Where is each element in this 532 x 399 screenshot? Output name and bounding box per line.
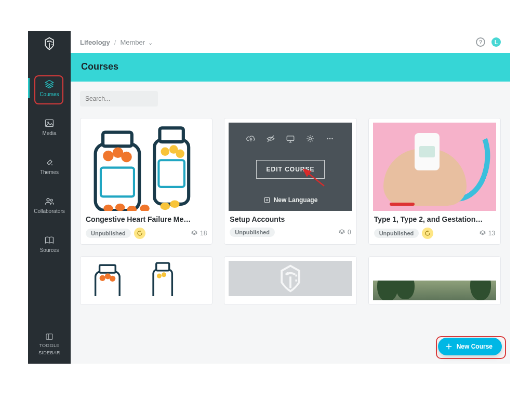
sidebar-item-sources[interactable]: Sources xyxy=(28,232,71,256)
course-foot: Unpublished 0 xyxy=(230,228,351,237)
svg-point-40 xyxy=(110,276,115,282)
help-button[interactable]: ? xyxy=(476,37,485,47)
svg-point-10 xyxy=(161,147,170,156)
plus-square-icon xyxy=(263,196,271,204)
page-title: Courses xyxy=(71,53,510,82)
svg-point-12 xyxy=(176,150,184,158)
layers-icon xyxy=(338,229,345,236)
layers-icon xyxy=(44,79,55,89)
sidebar-item-collaborators[interactable]: Collaborators xyxy=(28,193,71,217)
card-count-value: 18 xyxy=(200,230,207,237)
breadcrumb-section-label: Member xyxy=(120,38,145,46)
app-logo-icon xyxy=(275,263,306,294)
search-input[interactable] xyxy=(84,95,164,103)
svg-point-22 xyxy=(115,204,125,211)
more-icon[interactable] xyxy=(325,134,335,143)
sidebar-nav: Courses Media Themes Collaborators Sourc… xyxy=(28,76,71,256)
gear-icon[interactable] xyxy=(305,134,315,143)
book-icon xyxy=(44,235,55,245)
paint-icon xyxy=(44,157,55,167)
placeholder-thumb xyxy=(229,261,352,296)
sidebar-item-label: Courses xyxy=(39,91,59,97)
sidebar-item-label: Sources xyxy=(40,247,59,253)
sidebar-toggle-icon xyxy=(45,332,54,341)
course-thumb-photo xyxy=(373,281,496,300)
svg-rect-33 xyxy=(156,263,169,271)
card-count-value: 13 xyxy=(488,230,495,237)
new-language-label: New Language xyxy=(274,196,318,204)
card-count: 0 xyxy=(338,229,351,236)
new-language-button[interactable]: New Language xyxy=(263,196,318,204)
svg-point-20 xyxy=(170,201,180,208)
sidebar-item-courses[interactable]: Courses xyxy=(28,76,71,100)
new-course-button[interactable]: New Course xyxy=(438,338,502,355)
plus-icon xyxy=(445,343,453,350)
course-title: Type 1, Type 2, and Gestation… xyxy=(374,215,495,223)
chevron-down-icon: ⌄ xyxy=(148,39,153,46)
svg-rect-8 xyxy=(159,128,183,142)
breadcrumb-root[interactable]: Lifeology xyxy=(80,38,110,46)
course-title: Congestive Heart Failure Me… xyxy=(86,215,207,223)
svg-rect-5 xyxy=(46,334,52,340)
course-thumb xyxy=(85,261,208,296)
overlay-toolbar xyxy=(246,134,335,143)
refresh-badge[interactable] xyxy=(422,228,433,239)
toggle-label-2: SIDEBAR xyxy=(38,350,60,355)
course-foot: Unpublished 13 xyxy=(374,228,495,239)
course-thumb xyxy=(229,261,352,296)
course-thumb xyxy=(373,261,496,276)
svg-point-38 xyxy=(100,275,105,281)
user-avatar[interactable]: L xyxy=(491,37,501,47)
course-thumb-illustration xyxy=(85,123,208,211)
course-card[interactable] xyxy=(368,256,501,305)
toggle-sidebar-button[interactable]: TOGGLE SIDEBAR xyxy=(38,332,60,355)
preview-icon[interactable] xyxy=(286,134,295,143)
svg-point-29 xyxy=(331,138,333,140)
layers-icon xyxy=(191,230,198,237)
refresh-badge[interactable] xyxy=(134,228,145,239)
new-course-label: New Course xyxy=(457,343,493,350)
sidebar: Courses Media Themes Collaborators Sourc… xyxy=(28,31,71,364)
svg-point-35 xyxy=(162,272,166,277)
svg-point-27 xyxy=(327,138,328,140)
sidebar-item-themes[interactable]: Themes xyxy=(28,154,71,178)
svg-point-28 xyxy=(329,138,331,140)
course-card[interactable] xyxy=(80,256,212,305)
course-thumb xyxy=(373,281,496,300)
sidebar-item-label: Media xyxy=(42,130,56,136)
breadcrumb-sep: / xyxy=(114,38,116,46)
svg-point-26 xyxy=(309,138,312,140)
svg-point-18 xyxy=(121,152,132,163)
topbar: Lifeology / Member ⌄ ? L xyxy=(71,31,510,53)
refresh-icon xyxy=(137,230,143,236)
course-card[interactable]: Type 1, Type 2, and Gestation… Unpublish… xyxy=(368,118,501,245)
course-thumb-illustration xyxy=(85,261,208,296)
layers-icon xyxy=(479,230,486,237)
svg-point-34 xyxy=(157,274,162,278)
course-card[interactable]: Congestive Heart Failure Me… Unpublished… xyxy=(80,118,212,245)
course-grid: Congestive Heart Failure Me… Unpublished… xyxy=(80,118,501,305)
svg-rect-15 xyxy=(101,168,134,197)
svg-rect-9 xyxy=(158,160,184,187)
search-field-wrap[interactable] xyxy=(80,91,158,107)
sidebar-item-media[interactable]: Media xyxy=(28,115,71,139)
status-badge: Unpublished xyxy=(86,229,131,238)
svg-point-3 xyxy=(47,198,49,201)
new-course-wrap: New Course xyxy=(438,338,502,355)
card-count: 18 xyxy=(191,230,207,237)
svg-point-19 xyxy=(160,203,170,210)
main-area: Lifeology / Member ⌄ ? L Courses xyxy=(71,31,510,364)
svg-rect-37 xyxy=(100,265,116,273)
svg-rect-14 xyxy=(103,132,132,147)
course-hover-overlay: EDIT COURSE New Language xyxy=(229,123,352,211)
hide-icon[interactable] xyxy=(266,134,275,143)
content-scroll[interactable]: Congestive Heart Failure Me… Unpublished… xyxy=(71,82,510,364)
breadcrumb-section[interactable]: Member ⌄ xyxy=(120,38,152,46)
course-card[interactable]: EDIT COURSE New Language Setup Accounts … xyxy=(224,118,356,245)
course-title: Setup Accounts xyxy=(230,215,351,223)
course-foot: Unpublished 18 xyxy=(86,228,207,239)
upload-cloud-icon[interactable] xyxy=(246,134,256,143)
status-badge: Unpublished xyxy=(230,228,275,237)
course-card[interactable] xyxy=(224,256,356,305)
edit-course-button[interactable]: EDIT COURSE xyxy=(256,160,324,179)
